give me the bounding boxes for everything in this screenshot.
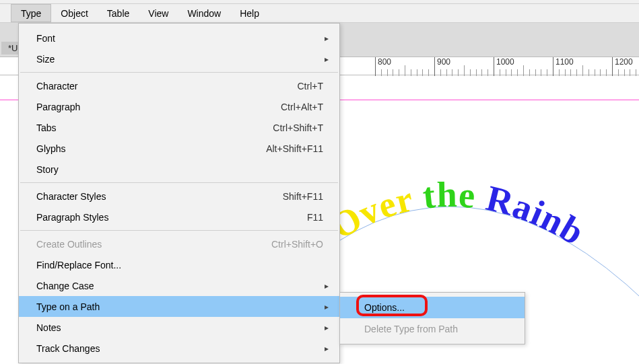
- ruler-minor-tick: [470, 69, 471, 76]
- ruler-tick: 800: [375, 57, 376, 76]
- menu-separator: [20, 182, 338, 183]
- menu-notes[interactable]: Notes ▸: [19, 317, 339, 338]
- ruler-tick-label: 1100: [556, 57, 574, 67]
- ruler-tick: 1200: [612, 57, 613, 76]
- menu-create-outlines: Create Outlines Ctrl+Shift+O: [19, 233, 339, 254]
- ruler-minor-tick: [636, 69, 636, 76]
- menu-story-label: Story: [36, 164, 323, 175]
- text-over: Over: [330, 182, 417, 247]
- type-on-path-submenu: Options... Delete Type from Path: [339, 292, 525, 344]
- ruler-minor-tick: [428, 69, 429, 76]
- ruler-minor-tick: [405, 65, 405, 76]
- menu-tabs-shortcut: Ctrl+Shift+T: [273, 122, 323, 133]
- ruler-minor-tick: [464, 65, 465, 76]
- ruler-minor-tick: [535, 69, 536, 76]
- ruler-minor-tick: [582, 65, 583, 76]
- ruler-minor-tick: [458, 69, 459, 76]
- chevron-right-icon: ▸: [325, 302, 329, 312]
- ruler-minor-tick: [618, 69, 619, 76]
- ruler-minor-tick: [399, 69, 399, 76]
- menu-find-replace-font[interactable]: Find/Replace Font...: [19, 254, 339, 275]
- ruler-minor-tick: [570, 69, 571, 76]
- menu-view[interactable]: View: [139, 4, 178, 22]
- ruler-tick-label: 900: [437, 57, 450, 67]
- submenu-options[interactable]: Options...: [340, 297, 525, 318]
- ruler-tick: 1000: [494, 57, 494, 76]
- type-dropdown-menu: Font ▸ Size ▸ Character Ctrl+T Paragraph…: [18, 23, 340, 363]
- svg-text:Over the Rainb: Over the Rainb: [330, 182, 591, 253]
- ruler-tick: 1100: [553, 57, 553, 76]
- menu-tabs-label: Tabs: [36, 122, 273, 133]
- menu-track-changes[interactable]: Track Changes ▸: [19, 338, 339, 359]
- menu-font[interactable]: Font ▸: [19, 28, 339, 48]
- ruler-minor-tick: [393, 69, 393, 76]
- menu-char-styles-shortcut: Shift+F11: [283, 191, 323, 202]
- menu-find-replace-font-label: Find/Replace Font...: [36, 260, 323, 270]
- ruler-minor-tick: [440, 69, 441, 76]
- menu-glyphs[interactable]: Glyphs Alt+Shift+F11: [19, 138, 339, 159]
- chevron-right-icon: ▸: [325, 344, 329, 353]
- menu-font-label: Font: [36, 33, 323, 44]
- ruler-minor-tick: [411, 69, 411, 76]
- menu-glyphs-shortcut: Alt+Shift+F11: [266, 143, 323, 154]
- ruler-minor-tick: [559, 69, 560, 76]
- ruler-minor-tick: [500, 69, 500, 76]
- menu-type-on-path-label: Type on a Path: [36, 301, 323, 312]
- ruler-minor-tick: [487, 69, 488, 76]
- menu-tabs[interactable]: Tabs Ctrl+Shift+T: [19, 117, 339, 138]
- menu-separator: [20, 230, 338, 231]
- ruler-minor-tick: [523, 65, 524, 76]
- menu-story[interactable]: Story: [19, 159, 339, 180]
- menu-window[interactable]: Window: [178, 4, 230, 22]
- menu-separator: [20, 72, 338, 73]
- ruler-tick-label: 1200: [615, 57, 633, 67]
- menu-paragraph[interactable]: Paragraph Ctrl+Alt+T: [19, 96, 339, 117]
- ruler-minor-tick: [452, 69, 452, 76]
- menu-size-label: Size: [36, 54, 323, 65]
- menu-character-label: Character: [36, 81, 298, 92]
- menu-char-styles-label: Character Styles: [36, 191, 283, 202]
- menu-type[interactable]: Type: [11, 4, 51, 22]
- menu-paragraph-label: Paragraph: [36, 102, 281, 112]
- menu-paragraph-shortcut: Ctrl+Alt+T: [281, 102, 323, 112]
- menu-object[interactable]: Object: [51, 4, 97, 22]
- ruler-minor-tick: [417, 69, 417, 76]
- ruler-minor-tick: [630, 69, 630, 76]
- menu-change-case[interactable]: Change Case ▸: [19, 275, 339, 296]
- menu-bar: Type Object Table View Window Help: [0, 4, 639, 23]
- ruler-tick-label: 1000: [496, 57, 514, 67]
- menu-glyphs-label: Glyphs: [36, 143, 266, 154]
- submenu-delete-type-from-path: Delete Type from Path: [340, 318, 525, 340]
- ruler-minor-tick: [588, 69, 589, 76]
- menu-help[interactable]: Help: [230, 4, 269, 22]
- ruler-minor-tick: [541, 69, 541, 76]
- menu-create-outlines-label: Create Outlines: [36, 239, 271, 250]
- text-the: the: [421, 182, 477, 217]
- menu-size[interactable]: Size ▸: [19, 48, 339, 69]
- menu-character-shortcut: Ctrl+T: [298, 81, 324, 92]
- ruler-minor-tick: [476, 69, 477, 76]
- ruler-minor-tick: [381, 69, 382, 76]
- ruler-minor-tick: [565, 69, 566, 76]
- menu-change-case-label: Change Case: [36, 281, 323, 291]
- menu-paragraph-styles[interactable]: Paragraph Styles F11: [19, 207, 339, 227]
- menu-table[interactable]: Table: [98, 4, 139, 22]
- ruler-minor-tick: [422, 69, 423, 76]
- menu-character-styles[interactable]: Character Styles Shift+F11: [19, 186, 339, 207]
- menu-track-changes-label: Track Changes: [36, 343, 323, 354]
- ruler-minor-tick: [547, 69, 547, 76]
- ruler-minor-tick: [529, 69, 530, 76]
- ruler-minor-tick: [606, 69, 607, 76]
- ruler-minor-tick: [624, 69, 625, 76]
- submenu-options-label: Options...: [364, 302, 405, 313]
- ruler-minor-tick: [481, 69, 482, 76]
- menu-character[interactable]: Character Ctrl+T: [19, 75, 339, 96]
- ruler-minor-tick: [387, 69, 388, 76]
- menu-create-outlines-shortcut: Ctrl+Shift+O: [271, 239, 323, 250]
- menu-notes-label: Notes: [36, 322, 323, 333]
- ruler-minor-tick: [506, 69, 506, 76]
- menu-type-on-path[interactable]: Type on a Path ▸: [19, 296, 339, 317]
- ruler-minor-tick: [446, 69, 447, 76]
- ruler-tick: 900: [434, 57, 435, 76]
- chevron-right-icon: ▸: [325, 34, 329, 43]
